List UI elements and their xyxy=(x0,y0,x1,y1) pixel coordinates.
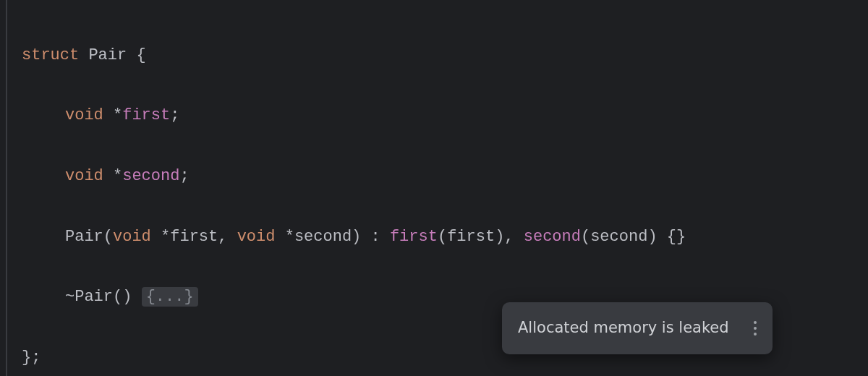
star: * xyxy=(103,167,122,185)
fold-placeholder[interactable]: {...} xyxy=(142,287,198,307)
colon: : xyxy=(361,228,390,246)
comma: , xyxy=(218,228,237,246)
keyword-void: void xyxy=(65,106,103,124)
member-second: second xyxy=(122,167,179,185)
gutter-line xyxy=(6,0,7,376)
paren: ), xyxy=(495,228,524,246)
paren: ( xyxy=(103,228,113,246)
tilde: ~ xyxy=(65,288,75,306)
param: first xyxy=(170,228,218,246)
semi: ; xyxy=(170,106,179,124)
init-member: second xyxy=(524,228,581,246)
more-actions-icon[interactable] xyxy=(751,318,760,338)
inspection-tooltip[interactable]: Allocated memory is leaked xyxy=(502,302,773,354)
type-name: Pair xyxy=(88,46,127,64)
code-line[interactable]: Pair(void *first, void *second) : first(… xyxy=(22,222,868,252)
destructor: Pair xyxy=(75,288,113,306)
body: {} xyxy=(667,228,686,246)
code-line[interactable]: void *first; xyxy=(22,101,868,131)
code-line[interactable]: void *second; xyxy=(22,161,868,192)
keyword-struct: struct xyxy=(22,46,79,64)
member-first: first xyxy=(122,106,170,124)
close-brace: }; xyxy=(22,349,41,367)
constructor: Pair xyxy=(65,228,103,246)
init-member: first xyxy=(390,228,438,246)
brace: { xyxy=(127,46,145,64)
paren: ) xyxy=(647,228,666,246)
tooltip-text: Allocated memory is leaked xyxy=(518,314,729,343)
star: * xyxy=(275,228,294,246)
keyword-void: void xyxy=(65,167,103,185)
keyword-void: void xyxy=(237,228,276,246)
parens: () xyxy=(113,288,142,306)
keyword-void: void xyxy=(113,228,151,246)
paren: ( xyxy=(581,228,590,246)
paren: ) xyxy=(352,228,361,246)
paren: ( xyxy=(438,228,447,246)
semi: ; xyxy=(179,167,189,185)
arg: first xyxy=(447,228,495,246)
star: * xyxy=(151,228,170,246)
param: second xyxy=(294,228,352,246)
star: * xyxy=(103,106,122,124)
arg: second xyxy=(590,228,647,246)
code-line[interactable]: struct Pair { xyxy=(22,40,868,71)
